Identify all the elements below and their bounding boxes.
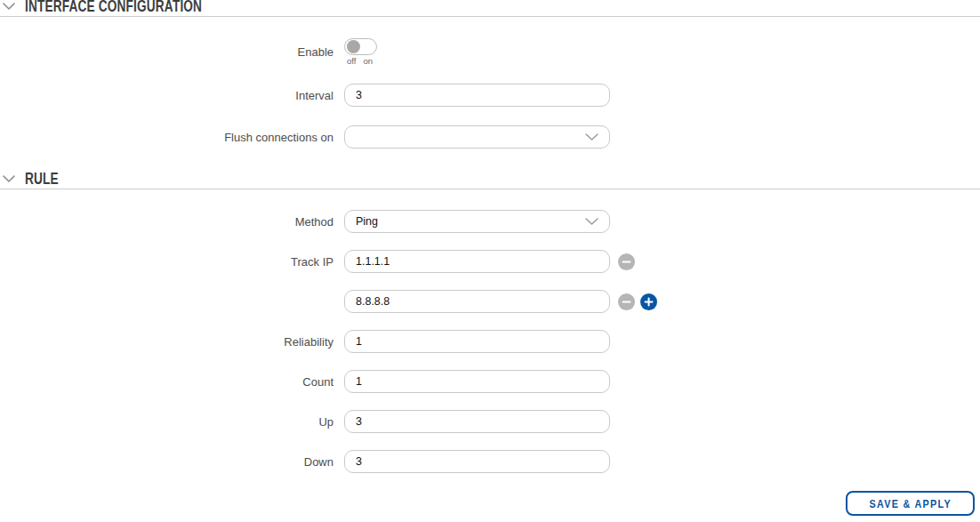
method-select-value: Ping [356, 215, 378, 228]
field-row-up: Up [0, 410, 980, 433]
field-row-flush-connections: Flush connections on [0, 125, 980, 149]
enable-toggle[interactable] [344, 38, 377, 55]
section-title-interface-configuration: INTERFACE CONFIGURATION [25, 0, 202, 16]
field-row-down: Down [0, 450, 980, 473]
remove-track-ip-button[interactable] [618, 293, 635, 310]
method-label: Method [0, 215, 333, 229]
reliability-input[interactable] [344, 330, 610, 353]
field-row-track-ip-2 [0, 290, 980, 313]
down-label: Down [0, 455, 333, 469]
chevron-down-icon [584, 217, 599, 226]
enable-toggle-wrap: off on [344, 38, 377, 66]
add-track-ip-button[interactable] [640, 293, 657, 310]
save-apply-label: SAVE & APPLY [869, 497, 951, 510]
flush-connections-select[interactable] [344, 125, 610, 149]
chevron-down-icon [584, 133, 599, 141]
count-input[interactable] [344, 370, 610, 393]
track-ip-label: Track IP [0, 255, 333, 269]
up-label: Up [0, 415, 333, 429]
field-row-count: Count [0, 370, 980, 393]
chevron-down-icon[interactable] [2, 2, 16, 11]
count-label: Count [0, 375, 333, 389]
chevron-down-icon[interactable] [2, 174, 16, 183]
save-apply-button[interactable]: SAVE & APPLY [846, 491, 975, 516]
toggle-off-label: off [347, 56, 356, 66]
reliability-label: Reliability [0, 335, 333, 349]
interval-input[interactable] [344, 84, 610, 107]
method-select[interactable]: Ping [344, 210, 610, 233]
up-input[interactable] [344, 410, 610, 433]
plus-icon [644, 297, 654, 307]
minus-icon [622, 257, 631, 267]
track-ip-input-1[interactable] [344, 250, 610, 273]
down-input[interactable] [344, 450, 610, 473]
footer-actions: SAVE & APPLY [0, 491, 980, 516]
toggle-knob-icon [347, 40, 360, 53]
field-row-track-ip-1: Track IP [0, 250, 980, 273]
section-title-rule: RULE [25, 169, 59, 189]
minus-icon [622, 297, 631, 307]
section-header-interface-configuration: INTERFACE CONFIGURATION [0, 0, 980, 15]
field-row-reliability: Reliability [0, 330, 980, 353]
enable-label: Enable [0, 45, 333, 59]
field-row-enable: Enable off on [0, 38, 980, 66]
field-row-interval: Interval [0, 84, 980, 107]
flush-connections-label: Flush connections on [0, 131, 333, 144]
toggle-on-label: on [363, 56, 373, 66]
remove-track-ip-button[interactable] [618, 253, 635, 270]
interval-label: Interval [0, 89, 333, 102]
field-row-method: Method Ping [0, 210, 980, 233]
toggle-state-labels: off on [344, 56, 377, 66]
track-ip-input-2[interactable] [344, 290, 610, 313]
section-header-rule: RULE [0, 170, 980, 188]
